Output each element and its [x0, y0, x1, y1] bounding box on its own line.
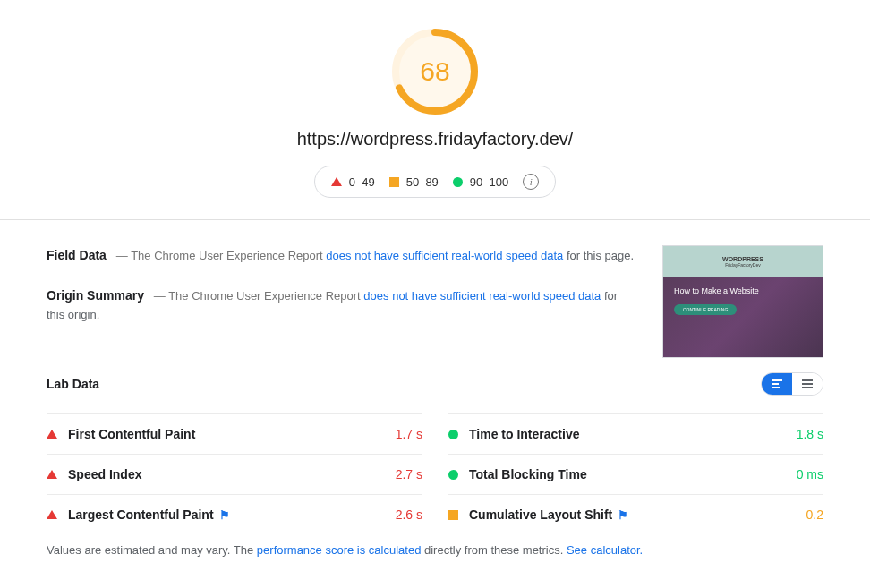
flag-icon[interactable]: ⚑ [618, 508, 628, 522]
circle-icon [448, 470, 458, 480]
square-icon [448, 510, 458, 520]
origin-summary-section: Origin Summary — The Chrome User Experie… [47, 285, 637, 325]
metric-row[interactable]: Speed Index2.7 s [47, 454, 422, 494]
metric-name: Speed Index [68, 467, 385, 481]
circle-icon [448, 430, 458, 439]
metric-name: Cumulative Layout Shift ⚑ [469, 507, 796, 522]
view-toggle-compact[interactable] [792, 373, 823, 395]
bars-equal-icon [802, 379, 813, 388]
lab-data-title: Lab Data [47, 377, 99, 391]
perf-score-link[interactable]: performance score is calculated [257, 543, 422, 557]
score-gauge: 68 [390, 27, 480, 116]
legend-medium: 50–89 [389, 175, 439, 189]
metric-row[interactable]: Total Blocking Time0 ms [448, 454, 823, 494]
legend-good: 90–100 [453, 175, 508, 189]
score-value: 68 [420, 56, 449, 87]
metric-value: 1.7 s [396, 427, 422, 441]
origin-summary-label: Origin Summary [47, 288, 144, 303]
triangle-icon [47, 510, 57, 519]
flag-icon[interactable]: ⚑ [219, 508, 230, 522]
bars-left-icon [772, 379, 782, 388]
circle-icon [453, 177, 463, 187]
tested-url: https://wordpress.fridayfactory.dev/ [0, 129, 870, 149]
field-data-section: Field Data — The Chrome User Experience … [47, 245, 637, 266]
triangle-icon [331, 177, 342, 186]
metric-value: 2.7 s [396, 467, 422, 481]
metric-row[interactable]: Cumulative Layout Shift ⚑0.2 [448, 494, 823, 534]
triangle-icon [47, 430, 57, 439]
metric-value: 0.2 [806, 507, 823, 522]
metric-row[interactable]: Time to Interactive1.8 s [448, 413, 823, 454]
score-header: 68 https://wordpress.fridayfactory.dev/ … [0, 0, 870, 220]
metric-value: 0 ms [797, 467, 823, 481]
metric-row[interactable]: First Contentful Paint1.7 s [47, 413, 422, 454]
triangle-icon [47, 470, 57, 479]
view-toggle-detailed[interactable] [762, 373, 792, 395]
metric-value: 2.6 s [396, 507, 422, 522]
see-calculator-link[interactable]: See calculator. [567, 543, 643, 557]
field-data-link[interactable]: does not have sufficient real-world spee… [326, 249, 563, 262]
metric-name: Total Blocking Time [469, 467, 786, 481]
legend-poor: 0–49 [331, 175, 375, 189]
score-legend: 0–49 50–89 90–100 i [314, 166, 556, 198]
square-icon [389, 177, 399, 187]
lab-footer-note: Values are estimated and may vary. The p… [47, 541, 823, 560]
metric-name: Largest Contentful Paint ⚑ [68, 507, 385, 522]
page-thumbnail: WORDPRESS FridayFactoryDev How to Make a… [662, 245, 823, 358]
field-data-label: Field Data [47, 248, 107, 262]
origin-summary-link[interactable]: does not have sufficient real-world spee… [363, 289, 601, 303]
metric-value: 1.8 s [797, 427, 823, 441]
metric-name: Time to Interactive [469, 427, 786, 441]
metric-name: First Contentful Paint [68, 427, 385, 441]
metric-row[interactable]: Largest Contentful Paint ⚑2.6 s [47, 494, 422, 534]
info-icon[interactable]: i [523, 174, 539, 190]
view-toggle [761, 372, 823, 396]
